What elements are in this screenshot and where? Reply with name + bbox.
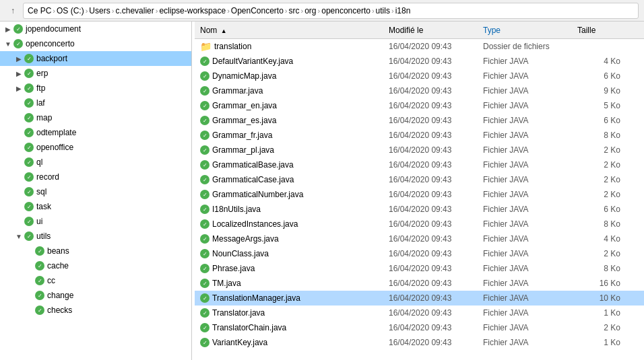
file-type-cell: Fichier JAVA xyxy=(478,175,572,184)
breadcrumb-os[interactable]: OS (C:) xyxy=(57,6,84,15)
breadcrumb-utils[interactable]: utils xyxy=(376,6,390,15)
table-row[interactable]: ✓ TranslationManager.java 16/04/2020 09:… xyxy=(195,291,644,305)
file-type-cell: Fichier JAVA xyxy=(478,116,572,125)
file-name-label: GrammaticalNumber.java xyxy=(212,190,303,199)
table-row[interactable]: 📁 translation 16/04/2020 09:43Dossier de… xyxy=(195,39,644,54)
file-name-cell: 📁 translation xyxy=(195,41,383,52)
file-type-cell: Fichier JAVA xyxy=(478,293,572,303)
sidebar-item-ui[interactable]: ✓ ui xyxy=(0,214,191,229)
green-badge: ✓ xyxy=(200,264,210,273)
file-type-cell: Fichier JAVA xyxy=(478,338,572,347)
up-button[interactable]: ↑ xyxy=(5,3,20,18)
badge-map: ✓ xyxy=(24,113,34,122)
expand-jopendocument[interactable]: ▶ xyxy=(3,24,13,34)
table-row[interactable]: ✓ Grammar_en.java 16/04/2020 09:43Fichie… xyxy=(195,98,644,113)
sidebar-item-openconcerto[interactable]: ▼ ✓ openconcerto xyxy=(0,36,191,51)
table-row[interactable]: ✓ TM.java 16/04/2020 09:43Fichier JAVA16… xyxy=(195,276,644,291)
sidebar-item-task[interactable]: ✓ task xyxy=(0,199,191,214)
table-row[interactable]: ✓ Grammar_fr.java 16/04/2020 09:43Fichie… xyxy=(195,128,644,143)
breadcrumb-workspace[interactable]: eclipse-workspace xyxy=(159,6,226,15)
table-row[interactable]: ✓ TranslatorChain.java 16/04/2020 09:43F… xyxy=(195,320,644,335)
table-row[interactable]: ✓ Grammar_es.java 16/04/2020 09:43Fichie… xyxy=(195,113,644,128)
table-row[interactable]: ✓ Grammar_pl.java 16/04/2020 09:43Fichie… xyxy=(195,143,644,157)
label-beans: beans xyxy=(47,246,69,256)
sidebar-item-erp[interactable]: ▶ ✓ erp xyxy=(0,66,191,81)
col-header-type[interactable]: Type xyxy=(478,26,572,35)
sidebar-item-jopendocument[interactable]: ▶ ✓ jopendocument xyxy=(0,22,191,36)
breadcrumb-path[interactable]: Ce PC › OS (C:) › Users › c.chevalier › … xyxy=(23,3,639,19)
expand-utils[interactable]: ▼ xyxy=(13,231,24,242)
sidebar-item-openoffice[interactable]: ✓ openoffice xyxy=(0,140,191,155)
file-type-cell: Fichier JAVA xyxy=(478,131,572,140)
col-header-modified[interactable]: Modifié le xyxy=(383,26,478,35)
sidebar-item-map[interactable]: ✓ map xyxy=(0,110,191,125)
address-bar: ↑ Ce PC › OS (C:) › Users › c.chevalier … xyxy=(0,0,644,22)
file-size-cell: 6 Ko xyxy=(572,116,626,125)
table-row[interactable]: ✓ VariantKey.java 16/04/2020 09:43Fichie… xyxy=(195,335,644,350)
col-header-name[interactable]: Nom ▲ xyxy=(195,26,383,35)
content-area: Nom ▲ Modifié le Type Taille 📁 translati… xyxy=(195,22,644,360)
expand-openconcerto[interactable]: ▼ xyxy=(3,38,13,49)
badge-openoffice: ✓ xyxy=(24,143,34,152)
sidebar-item-record[interactable]: ✓ record xyxy=(0,170,191,184)
green-badge: ✓ xyxy=(200,338,210,347)
breadcrumb-openconcerto2[interactable]: openconcerto xyxy=(321,6,371,15)
file-name-label: VariantKey.java xyxy=(212,338,267,347)
file-type-cell: Fichier JAVA xyxy=(478,190,572,199)
label-backport: backport xyxy=(36,54,67,63)
breadcrumb-i18n[interactable]: i18n xyxy=(395,6,411,15)
file-size-cell: 2 Ko xyxy=(572,249,626,258)
table-row[interactable]: ✓ GrammaticalCase.java 16/04/2020 09:43F… xyxy=(195,172,644,187)
breadcrumb-src[interactable]: src xyxy=(289,6,300,15)
file-name-cell: ✓ Grammar_en.java xyxy=(195,101,383,110)
sidebar-item-odtemplate[interactable]: ✓ odtemplate xyxy=(0,125,191,140)
breadcrumb-org[interactable]: org xyxy=(304,6,316,15)
table-row[interactable]: ✓ NounClass.java 16/04/2020 09:43Fichier… xyxy=(195,246,644,261)
table-row[interactable]: ✓ DefaultVariantKey.java 16/04/2020 09:4… xyxy=(195,54,644,69)
expand-ftp[interactable]: ▶ xyxy=(13,83,24,94)
sidebar-item-sql[interactable]: ✓ sql xyxy=(0,184,191,199)
sidebar-item-laf[interactable]: ✓ laf xyxy=(0,96,191,110)
file-type-cell: Fichier JAVA xyxy=(478,323,572,332)
sidebar-item-cache[interactable]: ✓ cache xyxy=(0,258,191,273)
table-row[interactable]: ✓ MessageArgs.java 16/04/2020 09:43Fichi… xyxy=(195,231,644,246)
label-cc: cc xyxy=(47,276,55,285)
file-name-label: Grammar_pl.java xyxy=(212,145,274,155)
file-size-cell: 8 Ko xyxy=(572,264,626,273)
file-size-cell: 9 Ko xyxy=(572,86,626,96)
file-modified-cell: 16/04/2020 09:43 xyxy=(383,42,478,51)
table-row[interactable]: ✓ GrammaticalNumber.java 16/04/2020 09:4… xyxy=(195,187,644,202)
label-change: change xyxy=(47,291,73,300)
sidebar-item-ftp[interactable]: ▶ ✓ ftp xyxy=(0,81,191,96)
table-row[interactable]: ✓ GrammaticalBase.java 16/04/2020 09:43F… xyxy=(195,157,644,172)
sidebar-item-checks[interactable]: ✓ checks xyxy=(0,303,191,318)
green-badge: ✓ xyxy=(200,57,210,66)
table-row[interactable]: ✓ LocalizedInstances.java 16/04/2020 09:… xyxy=(195,217,644,231)
sidebar-item-utils[interactable]: ▼ ✓ utils xyxy=(0,229,191,244)
sidebar-item-ql[interactable]: ✓ ql xyxy=(0,155,191,170)
file-size-cell: 16 Ko xyxy=(572,279,626,288)
file-name-cell: ✓ GrammaticalBase.java xyxy=(195,160,383,170)
col-header-size[interactable]: Taille xyxy=(572,26,626,35)
green-badge: ✓ xyxy=(200,116,210,125)
breadcrumb-user[interactable]: c.chevalier xyxy=(115,6,154,15)
sidebar-item-change[interactable]: ✓ change xyxy=(0,288,191,303)
file-modified-cell: 16/04/2020 09:43 xyxy=(383,145,478,155)
expand-backport[interactable]: ▶ xyxy=(13,53,24,64)
sidebar-item-backport[interactable]: ▶ ✓ backport xyxy=(0,51,191,66)
table-row[interactable]: ✓ DynamicMap.java 16/04/2020 09:43Fichie… xyxy=(195,69,644,83)
file-size-cell: 2 Ko xyxy=(572,145,626,155)
expand-erp[interactable]: ▶ xyxy=(13,68,24,79)
sidebar-item-cc[interactable]: ✓ cc xyxy=(0,273,191,288)
breadcrumb-pc[interactable]: Ce PC xyxy=(28,6,51,15)
table-row[interactable]: ✓ I18nUtils.java 16/04/2020 09:43Fichier… xyxy=(195,202,644,217)
badge-laf: ✓ xyxy=(24,98,34,108)
table-row[interactable]: ✓ Phrase.java 16/04/2020 09:43Fichier JA… xyxy=(195,261,644,276)
table-row[interactable]: ✓ Grammar.java 16/04/2020 09:43Fichier J… xyxy=(195,83,644,98)
table-row[interactable]: ✓ Translator.java 16/04/2020 09:43Fichie… xyxy=(195,305,644,320)
breadcrumb-openconcerto[interactable]: OpenConcerto xyxy=(231,6,284,15)
breadcrumb-users[interactable]: Users xyxy=(89,6,110,15)
file-size-cell: 2 Ko xyxy=(572,323,626,332)
sidebar-item-beans[interactable]: ✓ beans xyxy=(0,244,191,258)
label-ql: ql xyxy=(36,157,42,167)
